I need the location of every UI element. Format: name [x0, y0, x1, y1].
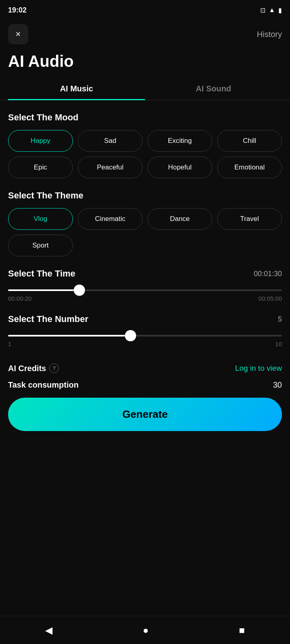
time-min: 00:00:20: [8, 295, 31, 302]
credits-info-icon[interactable]: ?: [49, 363, 59, 373]
credits-text: AI Credits: [8, 364, 46, 373]
mood-chip-happy[interactable]: Happy: [8, 130, 73, 152]
back-button[interactable]: ◀: [45, 625, 52, 636]
number-range-labels: 1 10: [8, 341, 282, 347]
number-min: 1: [8, 341, 11, 347]
number-value: 5: [278, 315, 282, 324]
home-icon: ●: [143, 625, 149, 636]
time-header: Select The Time 00:01:30: [8, 268, 282, 279]
theme-chip-cinematic[interactable]: Cinematic: [78, 208, 143, 230]
tab-ai-music[interactable]: AI Music: [8, 78, 145, 100]
theme-options-row2: Sport: [8, 235, 282, 256]
login-to-view-button[interactable]: Log in to view: [235, 364, 282, 373]
close-icon: ×: [16, 29, 21, 39]
recents-button[interactable]: ■: [239, 625, 245, 636]
number-slider-container: [8, 331, 282, 338]
task-label: Task consumption: [8, 380, 79, 390]
wifi-icon: ▲: [269, 6, 275, 14]
time-slider-container: [8, 285, 282, 293]
cast-icon: ⊡: [260, 6, 265, 14]
number-max: 10: [275, 341, 282, 347]
time-value: 00:01:30: [254, 270, 282, 278]
battery-icon: ▮: [278, 6, 282, 14]
theme-chip-travel[interactable]: Travel: [217, 208, 282, 230]
time-section: Select The Time 00:01:30 00:00:20 00:05:…: [0, 268, 290, 302]
mood-chip-hopeful[interactable]: Hopeful: [147, 157, 212, 178]
credits-section: AI Credits ? Log in to view Task consump…: [0, 363, 290, 390]
time-max: 00:05:00: [259, 295, 282, 302]
mood-options: Happy Sad Exciting Chill Epic Peaceful H…: [8, 130, 282, 178]
credits-row: AI Credits ? Log in to view: [8, 363, 282, 373]
mood-chip-exciting[interactable]: Exciting: [147, 130, 212, 152]
generate-container: Generate: [0, 398, 290, 443]
top-bar: × History: [0, 20, 290, 48]
history-button[interactable]: History: [257, 30, 282, 39]
task-value: 30: [273, 380, 282, 390]
tab-ai-sound[interactable]: AI Sound: [145, 78, 282, 100]
tabs-container: AI Music AI Sound: [0, 78, 290, 100]
theme-section: Select The Theme Vlog Cinematic Dance Tr…: [0, 190, 290, 256]
recents-icon: ■: [239, 625, 245, 636]
page-title: AI Audio: [0, 48, 290, 78]
theme-chip-dance[interactable]: Dance: [147, 208, 212, 230]
number-section: Select The Number 5 1 10: [0, 314, 290, 347]
close-button[interactable]: ×: [8, 24, 28, 44]
time-range-labels: 00:00:20 00:05:00: [8, 295, 282, 302]
number-header: Select The Number 5: [8, 314, 282, 324]
home-button[interactable]: ●: [143, 625, 149, 636]
status-time: 19:02: [8, 6, 27, 14]
back-icon: ◀: [45, 625, 52, 636]
number-label: Select The Number: [8, 314, 88, 324]
mood-chip-chill[interactable]: Chill: [217, 130, 282, 152]
mood-chip-sad[interactable]: Sad: [78, 130, 143, 152]
mood-chip-epic[interactable]: Epic: [8, 157, 73, 178]
theme-options-row1: Vlog Cinematic Dance Travel: [8, 208, 282, 230]
task-row: Task consumption 30: [8, 380, 282, 390]
mood-title: Select The Mood: [8, 112, 282, 123]
mood-section: Select The Mood Happy Sad Exciting Chill…: [0, 112, 290, 178]
number-slider[interactable]: [8, 335, 282, 336]
status-bar: 19:02 ⊡ ▲ ▮: [0, 0, 290, 20]
mood-chip-emotional[interactable]: Emotional: [217, 157, 282, 178]
time-slider[interactable]: [8, 289, 282, 291]
generate-button[interactable]: Generate: [8, 398, 282, 431]
status-icons: ⊡ ▲ ▮: [260, 6, 282, 14]
bottom-nav: ◀ ● ■: [0, 616, 290, 644]
theme-chip-vlog[interactable]: Vlog: [8, 208, 73, 230]
credits-label: AI Credits ?: [8, 363, 59, 373]
mood-chip-peaceful[interactable]: Peaceful: [78, 157, 143, 178]
time-label: Select The Time: [8, 268, 75, 279]
theme-chip-sport[interactable]: Sport: [8, 235, 73, 256]
theme-title: Select The Theme: [8, 190, 282, 201]
